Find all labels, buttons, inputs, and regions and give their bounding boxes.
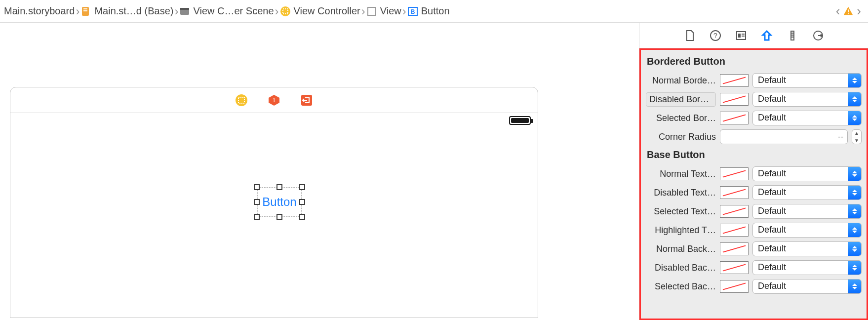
- property-label: Highlighted T…: [646, 225, 716, 236]
- crumb-main-storyboard[interactable]: Main.storyboard: [4, 5, 75, 17]
- color-preset-select[interactable]: Default: [752, 111, 862, 125]
- color-preset-select[interactable]: Default: [752, 241, 862, 256]
- svg-rect-20: [742, 34, 745, 35]
- color-preset-select[interactable]: Default: [752, 204, 862, 219]
- select-stepper-icon[interactable]: [848, 167, 861, 181]
- property-row: Corner Radius▲▼: [645, 127, 863, 146]
- property-label: Disabled Bac…: [646, 263, 716, 273]
- crumb-label: View Controller: [294, 5, 360, 17]
- svg-rect-19: [738, 34, 741, 38]
- property-row: Highlighted T…Default: [645, 221, 863, 240]
- select-stepper-icon[interactable]: [848, 223, 861, 237]
- resize-handle-bm[interactable]: [276, 214, 282, 220]
- color-well[interactable]: [720, 261, 749, 274]
- button-label: Button: [262, 195, 296, 209]
- select-value: Default: [753, 74, 848, 87]
- property-row: Disabled Text…Default: [645, 183, 863, 202]
- viewcontroller-icon[interactable]: [235, 94, 248, 107]
- chevron-right-icon: ›: [275, 5, 279, 17]
- select-stepper-icon[interactable]: [848, 111, 861, 125]
- button-glyph-icon: B: [407, 6, 418, 17]
- color-well[interactable]: [720, 74, 749, 87]
- crumb-view[interactable]: View: [366, 5, 401, 17]
- select-value: Default: [753, 223, 848, 237]
- color-well[interactable]: [720, 112, 749, 124]
- svg-text:?: ?: [713, 32, 717, 40]
- number-input[interactable]: [720, 132, 847, 141]
- property-label: Normal Borde…: [646, 76, 716, 86]
- chevron-right-icon: ›: [361, 5, 365, 17]
- color-preset-select[interactable]: Default: [752, 223, 862, 238]
- color-preset-select[interactable]: Default: [752, 166, 862, 181]
- resize-handle-tm[interactable]: [276, 184, 282, 190]
- color-preset-select[interactable]: Default: [752, 73, 862, 88]
- exit-icon[interactable]: [300, 94, 313, 107]
- crumb-view-controller[interactable]: View Controller: [280, 5, 360, 17]
- inspector-tab-bar: ?: [639, 23, 868, 48]
- select-stepper-icon[interactable]: [848, 204, 861, 218]
- file-inspector-tab[interactable]: [684, 30, 696, 41]
- number-stepper[interactable]: ▲▼: [852, 129, 862, 144]
- resize-handle-tl[interactable]: [254, 184, 260, 190]
- svg-rect-2: [83, 10, 87, 11]
- resize-handle-mr[interactable]: [299, 199, 305, 205]
- select-value: Default: [753, 111, 848, 125]
- color-well[interactable]: [720, 224, 749, 237]
- select-stepper-icon[interactable]: [848, 74, 861, 87]
- color-preset-select[interactable]: Default: [752, 92, 862, 107]
- stepper-up-icon[interactable]: ▲: [852, 130, 861, 137]
- chevron-right-icon: ›: [174, 5, 178, 17]
- property-row: Disabled Border ColorDefault: [645, 90, 863, 109]
- select-stepper-icon[interactable]: [848, 92, 861, 106]
- color-preset-select[interactable]: Default: [752, 279, 862, 294]
- chevron-right-icon: ›: [76, 5, 79, 17]
- svg-rect-1: [83, 8, 87, 9]
- attributes-inspector-tab[interactable]: [761, 30, 773, 41]
- stepper-down-icon[interactable]: ▼: [852, 137, 861, 144]
- property-label: Normal Back…: [646, 244, 716, 254]
- quick-help-tab[interactable]: ?: [710, 30, 721, 41]
- history-forward-button[interactable]: ›: [854, 3, 864, 19]
- first-responder-icon[interactable]: 1: [268, 94, 280, 107]
- crumb-scene[interactable]: View C…er Scene: [179, 5, 274, 17]
- select-stepper-icon[interactable]: [848, 261, 861, 275]
- storyboard-file-icon: [80, 6, 91, 17]
- select-stepper-icon[interactable]: [848, 186, 861, 200]
- color-well[interactable]: [720, 280, 749, 293]
- scene-toolbar: 1: [10, 87, 538, 113]
- property-row: Normal Back…Default: [645, 240, 863, 258]
- identity-inspector-tab[interactable]: [735, 30, 747, 41]
- size-inspector-tab[interactable]: [787, 30, 798, 41]
- battery-icon: [509, 116, 531, 125]
- jump-bar: Main.storyboard › Main.st…d (Base) › Vie…: [0, 0, 868, 23]
- select-value: Default: [753, 204, 848, 218]
- color-well[interactable]: [720, 205, 749, 218]
- history-back-button[interactable]: ‹: [833, 3, 843, 19]
- crumb-main-base[interactable]: Main.st…d (Base): [80, 5, 173, 17]
- select-value: Default: [753, 186, 848, 200]
- resize-handle-br[interactable]: [299, 214, 305, 220]
- number-field[interactable]: [720, 129, 848, 144]
- inspector-body[interactable]: Bordered ButtonNormal Borde…DefaultDisab…: [639, 48, 868, 320]
- color-well[interactable]: [720, 93, 749, 106]
- svg-rect-4: [180, 8, 189, 10]
- resize-handle-ml[interactable]: [254, 199, 260, 205]
- select-stepper-icon[interactable]: [848, 242, 861, 256]
- resize-handle-bl[interactable]: [254, 214, 260, 220]
- color-well[interactable]: [720, 167, 749, 180]
- warning-icon[interactable]: [843, 6, 854, 17]
- crumb-button[interactable]: B Button: [407, 5, 450, 17]
- select-stepper-icon[interactable]: [848, 280, 861, 293]
- resize-handle-tr[interactable]: [299, 184, 305, 190]
- canvas-pane[interactable]: 1 Button: [0, 23, 639, 320]
- connections-inspector-tab[interactable]: [812, 30, 824, 41]
- color-well[interactable]: [720, 242, 749, 255]
- crumb-label: Button: [421, 5, 450, 17]
- section-title: Bordered Button: [645, 53, 863, 71]
- color-well[interactable]: [720, 186, 749, 199]
- color-preset-select[interactable]: Default: [752, 260, 862, 275]
- selected-button-element[interactable]: Button: [257, 187, 302, 217]
- color-preset-select[interactable]: Default: [752, 185, 862, 200]
- view-icon: [366, 6, 377, 17]
- device-screen[interactable]: Button: [10, 113, 538, 318]
